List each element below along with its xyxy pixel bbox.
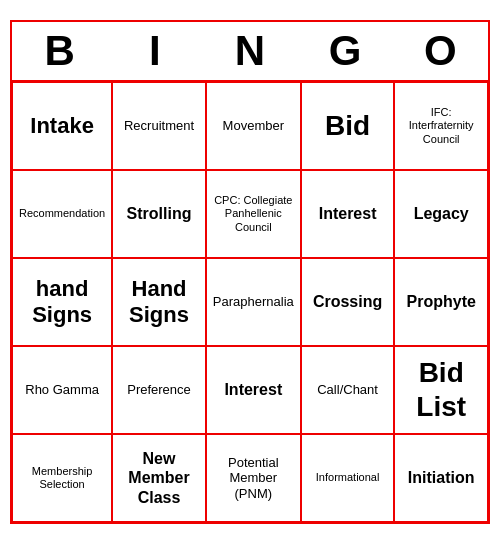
bingo-cell-5: Recommendation	[12, 170, 112, 258]
cell-text-14: Prophyte	[407, 292, 476, 311]
cell-text-18: Call/Chant	[317, 382, 378, 398]
bingo-cell-1: Recruitment	[112, 82, 206, 170]
cell-text-10: hand Signs	[19, 276, 105, 329]
cell-text-21: New Member Class	[119, 449, 199, 507]
cell-text-16: Preference	[127, 382, 191, 398]
bingo-cell-10: hand Signs	[12, 258, 112, 346]
bingo-cell-22: Potential Member (PNM)	[206, 434, 301, 522]
cell-text-2: Movember	[223, 118, 284, 134]
cell-text-8: Interest	[319, 204, 377, 223]
bingo-cell-3: Bid	[301, 82, 395, 170]
cell-text-6: Strolling	[127, 204, 192, 223]
cell-text-12: Paraphernalia	[213, 294, 294, 310]
bingo-cell-20: Membership Selection	[12, 434, 112, 522]
bingo-header: B I N G O	[12, 22, 488, 80]
bingo-cell-0: Intake	[12, 82, 112, 170]
cell-text-11: Hand Signs	[119, 276, 199, 329]
cell-text-0: Intake	[30, 113, 94, 139]
bingo-cell-4: IFC: Interfraternity Council	[394, 82, 488, 170]
header-g: G	[298, 30, 393, 72]
cell-text-1: Recruitment	[124, 118, 194, 134]
bingo-cell-12: Paraphernalia	[206, 258, 301, 346]
bingo-cell-14: Prophyte	[394, 258, 488, 346]
header-o: O	[393, 30, 488, 72]
cell-text-13: Crossing	[313, 292, 382, 311]
bingo-cell-19: Bid List	[394, 346, 488, 434]
header-i: I	[107, 30, 202, 72]
cell-text-19: Bid List	[401, 356, 481, 423]
bingo-cell-7: CPC: Collegiate Panhellenic Council	[206, 170, 301, 258]
bingo-cell-9: Legacy	[394, 170, 488, 258]
bingo-cell-11: Hand Signs	[112, 258, 206, 346]
bingo-cell-21: New Member Class	[112, 434, 206, 522]
bingo-cell-17: Interest	[206, 346, 301, 434]
cell-text-7: CPC: Collegiate Panhellenic Council	[213, 194, 294, 234]
cell-text-20: Membership Selection	[19, 465, 105, 491]
bingo-cell-18: Call/Chant	[301, 346, 395, 434]
bingo-cell-13: Crossing	[301, 258, 395, 346]
cell-text-9: Legacy	[414, 204, 469, 223]
cell-text-15: Rho Gamma	[25, 382, 99, 398]
bingo-cell-8: Interest	[301, 170, 395, 258]
cell-text-5: Recommendation	[19, 207, 105, 220]
cell-text-4: IFC: Interfraternity Council	[401, 106, 481, 146]
bingo-cell-6: Strolling	[112, 170, 206, 258]
bingo-card: B I N G O IntakeRecruitmentMovemberBidIF…	[10, 20, 490, 524]
cell-text-24: Initiation	[408, 468, 475, 487]
bingo-cell-16: Preference	[112, 346, 206, 434]
header-b: B	[12, 30, 107, 72]
bingo-cell-23: Informational	[301, 434, 395, 522]
cell-text-3: Bid	[325, 109, 370, 143]
cell-text-17: Interest	[224, 380, 282, 399]
cell-text-23: Informational	[316, 471, 380, 484]
bingo-cell-15: Rho Gamma	[12, 346, 112, 434]
bingo-grid: IntakeRecruitmentMovemberBidIFC: Interfr…	[12, 80, 488, 522]
bingo-cell-24: Initiation	[394, 434, 488, 522]
bingo-cell-2: Movember	[206, 82, 301, 170]
header-n: N	[202, 30, 297, 72]
cell-text-22: Potential Member (PNM)	[213, 455, 294, 502]
